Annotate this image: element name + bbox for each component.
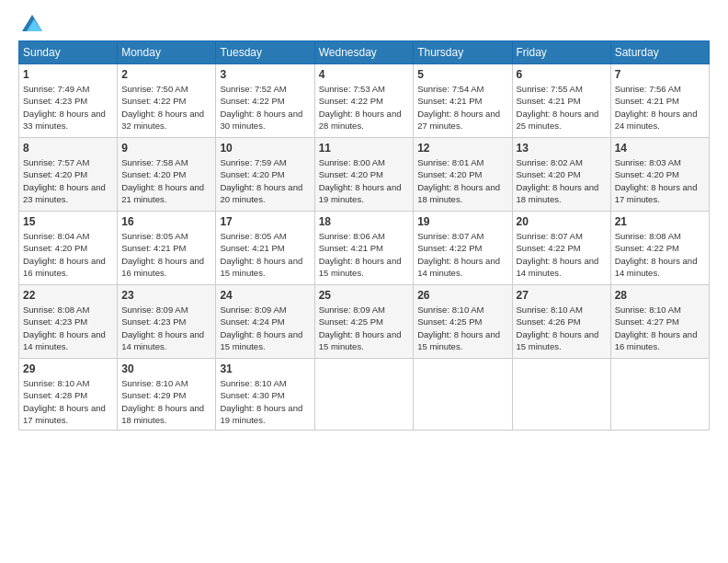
day-number: 20 — [517, 215, 607, 228]
day-info: Sunrise: 8:09 AMSunset: 4:24 PMDaylight:… — [220, 304, 310, 352]
day-number: 21 — [615, 215, 705, 228]
day-info: Sunrise: 8:08 AMSunset: 4:22 PMDaylight:… — [615, 230, 705, 279]
calendar-cell: 9Sunrise: 7:58 AMSunset: 4:20 PMDaylight… — [118, 138, 216, 212]
day-info: Sunrise: 8:09 AMSunset: 4:25 PMDaylight:… — [319, 304, 410, 352]
calendar-cell — [610, 359, 709, 431]
calendar-cell: 28Sunrise: 8:10 AMSunset: 4:27 PMDayligh… — [610, 285, 709, 359]
weekday-header-wednesday: Wednesday — [314, 41, 414, 64]
day-info: Sunrise: 7:56 AMSunset: 4:21 PMDaylight:… — [615, 83, 705, 132]
calendar-cell: 25Sunrise: 8:09 AMSunset: 4:25 PMDayligh… — [314, 285, 414, 359]
day-info: Sunrise: 8:04 AMSunset: 4:20 PMDaylight:… — [23, 230, 113, 279]
day-number: 25 — [319, 289, 410, 302]
day-info: Sunrise: 8:10 AMSunset: 4:29 PMDaylight:… — [121, 377, 211, 426]
day-number: 3 — [220, 68, 310, 81]
day-number: 11 — [319, 142, 410, 155]
calendar-cell — [512, 359, 610, 431]
calendar-cell: 3Sunrise: 7:52 AMSunset: 4:22 PMDaylight… — [216, 64, 314, 138]
day-info: Sunrise: 8:10 AMSunset: 4:30 PMDaylight:… — [220, 377, 310, 426]
calendar-cell: 27Sunrise: 8:10 AMSunset: 4:26 PMDayligh… — [512, 285, 610, 359]
calendar-table: SundayMondayTuesdayWednesdayThursdayFrid… — [18, 40, 710, 431]
calendar-cell: 10Sunrise: 7:59 AMSunset: 4:20 PMDayligh… — [216, 138, 314, 212]
day-number: 14 — [615, 142, 705, 155]
logo-icon — [22, 15, 42, 31]
day-number: 29 — [23, 362, 113, 375]
day-number: 24 — [220, 289, 310, 302]
day-number: 7 — [615, 68, 705, 81]
day-info: Sunrise: 7:52 AMSunset: 4:22 PMDaylight:… — [220, 83, 310, 132]
day-number: 13 — [517, 142, 607, 155]
day-number: 1 — [23, 68, 113, 81]
day-number: 22 — [23, 289, 113, 302]
calendar-cell: 17Sunrise: 8:05 AMSunset: 4:21 PMDayligh… — [216, 212, 314, 285]
day-number: 2 — [121, 68, 211, 81]
page-container: SundayMondayTuesdayWednesdayThursdayFrid… — [0, 0, 728, 440]
calendar-cell: 4Sunrise: 7:53 AMSunset: 4:22 PMDaylight… — [314, 64, 414, 138]
calendar-cell: 8Sunrise: 7:57 AMSunset: 4:20 PMDaylight… — [19, 138, 118, 212]
calendar-cell — [414, 359, 512, 431]
day-number: 28 — [615, 289, 705, 302]
calendar-cell: 14Sunrise: 8:03 AMSunset: 4:20 PMDayligh… — [610, 138, 709, 212]
calendar-cell: 20Sunrise: 8:07 AMSunset: 4:22 PMDayligh… — [512, 212, 610, 285]
day-number: 4 — [319, 68, 410, 81]
day-number: 19 — [417, 215, 507, 228]
day-number: 6 — [517, 68, 607, 81]
calendar-cell: 18Sunrise: 8:06 AMSunset: 4:21 PMDayligh… — [314, 212, 414, 285]
day-info: Sunrise: 8:03 AMSunset: 4:20 PMDaylight:… — [615, 156, 705, 205]
day-number: 30 — [121, 362, 211, 375]
weekday-header-tuesday: Tuesday — [216, 41, 314, 64]
weekday-header-thursday: Thursday — [414, 41, 512, 64]
day-info: Sunrise: 8:07 AMSunset: 4:22 PMDaylight:… — [417, 230, 507, 279]
day-info: Sunrise: 7:58 AMSunset: 4:20 PMDaylight:… — [121, 156, 211, 205]
calendar-cell: 21Sunrise: 8:08 AMSunset: 4:22 PMDayligh… — [610, 212, 709, 285]
weekday-header-saturday: Saturday — [610, 41, 709, 64]
day-info: Sunrise: 8:10 AMSunset: 4:27 PMDaylight:… — [615, 304, 705, 352]
calendar-cell: 31Sunrise: 8:10 AMSunset: 4:30 PMDayligh… — [216, 359, 314, 431]
weekday-header-monday: Monday — [118, 41, 216, 64]
calendar-cell: 5Sunrise: 7:54 AMSunset: 4:21 PMDaylight… — [414, 64, 512, 138]
day-info: Sunrise: 7:57 AMSunset: 4:20 PMDaylight:… — [23, 156, 113, 205]
day-info: Sunrise: 8:10 AMSunset: 4:25 PMDaylight:… — [417, 304, 507, 352]
day-number: 16 — [121, 215, 211, 228]
day-number: 23 — [121, 289, 211, 302]
logo — [18, 15, 42, 31]
day-number: 8 — [23, 142, 113, 155]
day-number: 9 — [121, 142, 211, 155]
day-number: 18 — [319, 215, 410, 228]
day-info: Sunrise: 8:09 AMSunset: 4:23 PMDaylight:… — [121, 304, 211, 352]
calendar-cell: 23Sunrise: 8:09 AMSunset: 4:23 PMDayligh… — [118, 285, 216, 359]
day-info: Sunrise: 8:02 AMSunset: 4:20 PMDaylight:… — [517, 156, 607, 205]
calendar-cell — [314, 359, 414, 431]
day-info: Sunrise: 8:06 AMSunset: 4:21 PMDaylight:… — [319, 230, 410, 279]
day-info: Sunrise: 7:55 AMSunset: 4:21 PMDaylight:… — [517, 83, 607, 132]
day-info: Sunrise: 8:10 AMSunset: 4:26 PMDaylight:… — [517, 304, 607, 352]
day-info: Sunrise: 7:59 AMSunset: 4:20 PMDaylight:… — [220, 156, 310, 205]
calendar-cell: 2Sunrise: 7:50 AMSunset: 4:22 PMDaylight… — [118, 64, 216, 138]
day-number: 31 — [220, 362, 310, 375]
calendar-cell: 19Sunrise: 8:07 AMSunset: 4:22 PMDayligh… — [414, 212, 512, 285]
calendar-cell: 12Sunrise: 8:01 AMSunset: 4:20 PMDayligh… — [414, 138, 512, 212]
calendar-cell: 11Sunrise: 8:00 AMSunset: 4:20 PMDayligh… — [314, 138, 414, 212]
calendar-cell: 6Sunrise: 7:55 AMSunset: 4:21 PMDaylight… — [512, 64, 610, 138]
calendar-cell: 24Sunrise: 8:09 AMSunset: 4:24 PMDayligh… — [216, 285, 314, 359]
day-number: 12 — [417, 142, 507, 155]
day-info: Sunrise: 7:49 AMSunset: 4:23 PMDaylight:… — [23, 83, 113, 132]
day-info: Sunrise: 8:05 AMSunset: 4:21 PMDaylight:… — [121, 230, 211, 279]
day-info: Sunrise: 7:54 AMSunset: 4:21 PMDaylight:… — [417, 83, 507, 132]
calendar-cell: 15Sunrise: 8:04 AMSunset: 4:20 PMDayligh… — [19, 212, 118, 285]
day-number: 26 — [417, 289, 507, 302]
calendar-cell: 29Sunrise: 8:10 AMSunset: 4:28 PMDayligh… — [19, 359, 118, 431]
day-info: Sunrise: 7:50 AMSunset: 4:22 PMDaylight:… — [121, 83, 211, 132]
calendar-cell: 7Sunrise: 7:56 AMSunset: 4:21 PMDaylight… — [610, 64, 709, 138]
day-number: 17 — [220, 215, 310, 228]
day-info: Sunrise: 8:00 AMSunset: 4:20 PMDaylight:… — [319, 156, 410, 205]
day-number: 15 — [23, 215, 113, 228]
day-info: Sunrise: 7:53 AMSunset: 4:22 PMDaylight:… — [319, 83, 410, 132]
day-number: 10 — [220, 142, 310, 155]
calendar-cell: 26Sunrise: 8:10 AMSunset: 4:25 PMDayligh… — [414, 285, 512, 359]
weekday-header-friday: Friday — [512, 41, 610, 64]
calendar-cell: 22Sunrise: 8:08 AMSunset: 4:23 PMDayligh… — [19, 285, 118, 359]
calendar-cell: 16Sunrise: 8:05 AMSunset: 4:21 PMDayligh… — [118, 212, 216, 285]
day-info: Sunrise: 8:07 AMSunset: 4:22 PMDaylight:… — [517, 230, 607, 279]
calendar-cell: 1Sunrise: 7:49 AMSunset: 4:23 PMDaylight… — [19, 64, 118, 138]
weekday-header-sunday: Sunday — [19, 41, 118, 64]
